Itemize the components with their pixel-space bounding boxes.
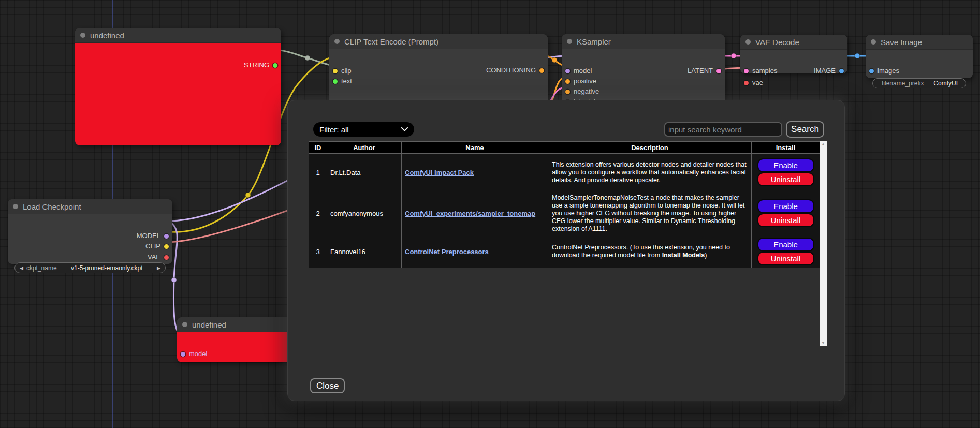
col-header-description: Description — [548, 142, 752, 154]
link-dot — [171, 277, 177, 283]
node-title: undefined — [90, 31, 124, 40]
cell-description: ControlNet Preprocessors. (To use this e… — [548, 235, 752, 268]
port-label: IMAGE — [814, 67, 836, 75]
extensions-table: ID Author Name Description Install 1 Dr.… — [309, 141, 820, 268]
extension-link[interactable]: ComfyUI Impact Pack — [405, 169, 474, 176]
extension-link[interactable]: ControlNet Preprocessors — [405, 248, 489, 256]
search-input[interactable] — [664, 122, 782, 137]
node-undefined-top[interactable]: undefined STRING — [75, 28, 281, 145]
port-label: negative — [574, 88, 599, 95]
enable-button[interactable]: Enable — [758, 159, 813, 171]
port-label: STRING — [244, 62, 269, 69]
node-title-bar[interactable]: Load Checkpoint — [8, 199, 172, 214]
node-save-image[interactable]: Save Image images filename_prefix ComfyU… — [866, 35, 973, 78]
close-button[interactable]: Close — [310, 378, 345, 393]
table-header-row: ID Author Name Description Install — [309, 142, 820, 154]
col-header-id: ID — [309, 142, 327, 154]
node-title: VAE Decode — [755, 38, 799, 47]
port-label: CONDITIONING — [486, 67, 536, 74]
cell-id: 3 — [309, 235, 327, 268]
cell-description: ModelSamplerTonemapNoiseTest a node that… — [548, 191, 752, 235]
port-model-input[interactable] — [565, 69, 570, 73]
description-bold-text: Install Models — [662, 252, 705, 259]
port-samples-input[interactable] — [744, 69, 749, 73]
port-label: text — [341, 78, 352, 85]
search-button[interactable]: Search — [786, 121, 824, 138]
ckpt-name-widget[interactable]: ◀ ckpt_name v1-5-pruned-emaonly.ckpt ▶ — [14, 262, 166, 273]
collapse-dot-icon[interactable] — [80, 33, 85, 38]
node-title-bar[interactable]: VAE Decode — [740, 35, 847, 50]
description-text: ) — [705, 252, 707, 259]
port-image-output[interactable] — [839, 69, 844, 73]
scroll-up-arrow-icon[interactable]: ▲ — [821, 141, 825, 147]
col-header-author: Author — [327, 142, 402, 154]
cell-author: Fannovel16 — [327, 235, 402, 268]
table-row: 1 Dr.Lt.Data ComfyUI Impact Pack This ex… — [309, 154, 820, 191]
chevron-down-icon — [401, 127, 408, 131]
node-title-bar[interactable]: CLIP Text Encode (Prompt) — [329, 34, 548, 49]
port-model-input[interactable] — [181, 352, 185, 357]
scroll-down-arrow-icon[interactable]: ▼ — [821, 340, 825, 346]
collapse-dot-icon[interactable] — [182, 322, 187, 327]
manager-dialog: Filter: all Search ID Author Name Descri… — [287, 100, 845, 401]
extension-link[interactable]: ComfyUI_experiments/sampler_tonemap — [405, 210, 535, 217]
port-negative-input[interactable] — [565, 90, 570, 94]
decrement-arrow-icon[interactable]: ◀ — [20, 265, 23, 271]
cell-id: 1 — [309, 154, 327, 191]
port-string-output[interactable] — [273, 63, 277, 68]
port-label: samples — [752, 67, 777, 75]
filter-select[interactable]: Filter: all — [313, 122, 414, 137]
link-dot — [305, 55, 310, 61]
link-dot — [731, 53, 736, 58]
port-images-input[interactable] — [869, 69, 874, 73]
port-label: VAE — [148, 254, 160, 261]
collapse-dot-icon[interactable] — [871, 39, 876, 45]
port-clip-output[interactable] — [164, 244, 169, 249]
port-label: LATENT — [688, 67, 713, 75]
node-title: Save Image — [881, 38, 922, 47]
port-conditioning-output[interactable] — [539, 68, 544, 73]
widget-value: ComfyUI — [927, 80, 961, 87]
node-load-checkpoint[interactable]: Load Checkpoint MODEL CLIP VAE ◀ ckpt_na… — [8, 199, 172, 264]
uninstall-button[interactable]: Uninstall — [758, 173, 813, 185]
port-vae-output[interactable] — [164, 255, 169, 260]
node-title: Load Checkpoint — [23, 202, 81, 211]
node-title: undefined — [192, 320, 226, 329]
cell-author: comfyanonymous — [327, 191, 402, 235]
uninstall-button[interactable]: Uninstall — [758, 253, 813, 264]
enable-button[interactable]: Enable — [758, 200, 813, 212]
collapse-dot-icon[interactable] — [567, 39, 572, 44]
table-row: 2 comfyanonymous ComfyUI_experiments/sam… — [309, 191, 820, 235]
port-label: clip — [341, 67, 352, 75]
collapse-dot-icon[interactable] — [745, 39, 751, 45]
node-title: KSampler — [577, 37, 611, 46]
cell-author: Dr.Lt.Data — [327, 154, 402, 191]
uninstall-button[interactable]: Uninstall — [758, 214, 813, 226]
increment-arrow-icon[interactable]: ▶ — [157, 265, 160, 271]
port-label: model — [189, 350, 207, 358]
node-title-bar[interactable]: undefined — [75, 28, 281, 43]
filename-prefix-widget[interactable]: filename_prefix ComfyUI — [872, 78, 966, 88]
node-title-bar[interactable]: KSampler — [562, 34, 725, 49]
port-text-input[interactable] — [333, 79, 338, 84]
port-label: positive — [574, 78, 596, 85]
table-row: 3 Fannovel16 ControlNet Preprocessors Co… — [309, 235, 820, 268]
port-clip-input[interactable] — [333, 69, 338, 73]
collapse-dot-icon[interactable] — [13, 204, 18, 209]
port-vae-input[interactable] — [744, 81, 749, 85]
port-positive-input[interactable] — [565, 79, 570, 84]
table-scrollbar[interactable]: ▲ ▼ — [820, 141, 827, 346]
node-vae-decode[interactable]: VAE Decode samples vae IMAGE — [740, 35, 847, 73]
col-header-name: Name — [402, 142, 548, 154]
enable-button[interactable]: Enable — [758, 239, 813, 250]
filter-selected-value: Filter: all — [319, 125, 349, 134]
comfyui-canvas[interactable]: undefined STRING CLIP Text Encode (Promp… — [0, 0, 980, 428]
node-title-bar[interactable]: Save Image — [866, 35, 973, 50]
port-model-output[interactable] — [164, 234, 169, 239]
port-label: MODEL — [137, 232, 160, 240]
collapse-dot-icon[interactable] — [334, 39, 340, 44]
cell-id: 2 — [309, 191, 327, 235]
widget-value: v1-5-pruned-emaonly.ckpt — [60, 264, 154, 272]
port-label: CLIP — [145, 243, 160, 250]
port-latent-output[interactable] — [716, 69, 721, 73]
